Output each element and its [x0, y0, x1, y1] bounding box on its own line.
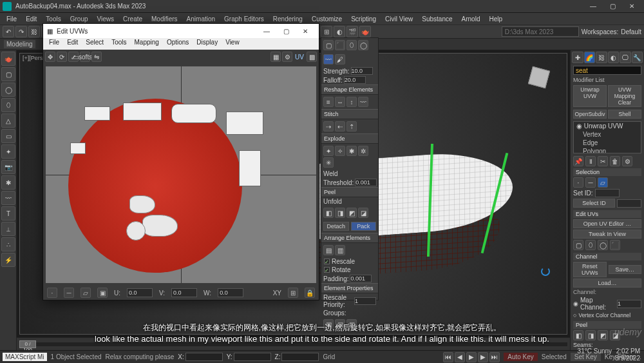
uv-v-input[interactable] [171, 288, 197, 297]
menu-arnold[interactable]: Arnold [458, 14, 484, 24]
explode2-icon[interactable]: ✧ [335, 146, 345, 156]
explode3-icon[interactable]: ✱ [346, 146, 357, 156]
uv-rotate-icon[interactable]: ⟳ [57, 52, 67, 62]
vertex-color-radio[interactable]: ○ [573, 312, 576, 319]
menu-group[interactable]: Group [66, 14, 92, 24]
preset-uvwclear-button[interactable]: UVW Mapping Clear [608, 85, 641, 107]
uv-checker2-icon[interactable]: ▩ [307, 52, 317, 62]
uvw-menu-select[interactable]: Select [82, 38, 107, 50]
quickcyl-icon[interactable]: ⬯ [346, 40, 357, 50]
stack-unwrapuvw[interactable]: ◉ Unwrap UVW [574, 122, 641, 130]
preset-unwrapuvw-button[interactable]: Unwrap UVW [573, 85, 607, 107]
hierarchy-tab-icon[interactable]: ⛓ [596, 52, 607, 63]
load-uvws-button[interactable]: Load… [573, 279, 641, 288]
rotate-checkbox[interactable]: Rotate [321, 266, 378, 274]
uv-grid-icon[interactable]: ⊞ [288, 288, 298, 298]
uvw-minimize-button[interactable]: — [257, 25, 276, 37]
utilities-tab-icon[interactable]: 🔧 [632, 52, 643, 63]
maxscript-listener[interactable]: MAXScript Mi [3, 353, 47, 361]
elprops-header[interactable]: Element Properties [321, 283, 378, 293]
text-icon[interactable]: T [1, 206, 15, 221]
peel-header[interactable]: Peel [321, 187, 378, 197]
arrange2-icon[interactable]: ▥ [335, 245, 345, 255]
channel-rollout-header[interactable]: Channel [573, 253, 641, 260]
modifier-stack[interactable]: ◉ Unwrap UVW Vertex Edge Polygon ▸ Edita… [573, 121, 641, 153]
schematic-icon[interactable]: ⊞ [321, 26, 332, 37]
selectid-input[interactable] [617, 199, 641, 208]
auto-key-button[interactable]: Auto Key [504, 353, 538, 361]
reset-uvws-button[interactable]: Reset UVWs [573, 262, 607, 277]
spline-icon[interactable]: 〰 [1, 191, 15, 205]
menu-file[interactable]: File [3, 14, 21, 24]
teapot-icon[interactable]: 🫖 [1, 52, 15, 66]
explode-header[interactable]: Explode [321, 133, 378, 144]
particles-icon[interactable]: ∴ [1, 237, 15, 251]
link-icon[interactable]: ⛓ [28, 26, 40, 37]
uv-island[interactable] [123, 103, 162, 121]
menu-substance[interactable]: Substance [418, 14, 456, 24]
show-end-icon[interactable]: Ⅱ [585, 156, 596, 166]
uvw-canvas[interactable] [46, 66, 316, 283]
object-name-field[interactable]: seat [573, 66, 641, 75]
uv-cluster-main[interactable] [68, 99, 242, 273]
play-prev-icon[interactable]: ◀ [455, 352, 465, 362]
tweak-in-view-button[interactable]: Tweak In View [573, 230, 641, 239]
relax-icon[interactable]: 〰 [323, 54, 334, 64]
menu-views[interactable]: Views [93, 14, 118, 24]
uvw-menu-file[interactable]: File [46, 38, 62, 50]
preset-shell-button[interactable]: Shell [608, 110, 641, 119]
light-icon[interactable]: ✦ [1, 144, 15, 159]
unique-icon[interactable]: ✂ [598, 156, 608, 166]
uv-xy-label[interactable]: XY [273, 289, 281, 297]
remove-mod-icon[interactable]: 🗑 [610, 156, 620, 166]
uvw-menu-mapping[interactable]: Mapping [131, 38, 162, 50]
transform-x-input[interactable] [185, 353, 223, 361]
ribbon-tab-modeling[interactable]: Modeling [4, 40, 35, 48]
stack-sub-edge[interactable]: Edge [574, 139, 641, 147]
map-channel-radio[interactable]: ◉ [573, 300, 578, 307]
cylinder-icon[interactable]: ⬯ [1, 98, 15, 112]
reshape-header[interactable]: Reshape Elements [321, 84, 378, 95]
menu-create[interactable]: Create [119, 14, 146, 24]
alignv-icon[interactable]: ↕ [346, 97, 357, 107]
close-button[interactable]: ✕ [622, 1, 641, 12]
map-channel-input[interactable] [617, 300, 641, 308]
menu-tools[interactable]: Tools [42, 14, 64, 24]
menu-grapheditors[interactable]: Graph Editors [220, 14, 268, 24]
pack-button[interactable]: Pack [351, 222, 377, 231]
setid-input[interactable] [595, 189, 620, 197]
alignh-icon[interactable]: ↔ [335, 97, 345, 107]
peel1-icon[interactable]: ◧ [323, 208, 334, 218]
quickmap2-icon[interactable]: ⬯ [585, 240, 596, 250]
uv-element-icon[interactable]: ▣ [97, 288, 108, 298]
quickbox-icon[interactable]: ⬛ [335, 40, 345, 50]
save-uvws-button[interactable]: Save… [609, 265, 642, 274]
quicksphere-icon[interactable]: ◯ [358, 40, 368, 50]
padding-input[interactable] [350, 275, 372, 282]
relax2-icon[interactable]: 〰 [358, 97, 368, 107]
configure-icon[interactable]: ⚙ [622, 156, 632, 166]
open-uv-editor-button[interactable]: Open UV Editor … [573, 219, 641, 228]
uv-u-input[interactable] [127, 288, 153, 297]
arrange1-icon[interactable]: ▤ [323, 245, 334, 255]
render-setup-icon[interactable]: 🎬 [346, 26, 358, 37]
menu-rendering[interactable]: Rendering [269, 14, 307, 24]
uvw-close-button[interactable]: ✕ [296, 25, 315, 37]
selected-filter[interactable]: Selected [542, 353, 567, 360]
undo-icon[interactable]: ↶ [3, 26, 14, 37]
stack-sub-polygon[interactable]: Polygon [574, 147, 641, 153]
play-icon[interactable]: ▶ [466, 352, 477, 362]
menu-help[interactable]: Help [485, 14, 506, 24]
maximize-button[interactable]: ▢ [603, 1, 622, 12]
uv-island[interactable] [129, 195, 155, 213]
bones-icon[interactable]: ⟂ [1, 222, 15, 236]
pin-stack-icon[interactable]: 📌 [573, 156, 583, 166]
uv-island[interactable] [142, 215, 178, 237]
material-editor-icon[interactable]: ◐ [334, 26, 345, 37]
uv-island[interactable] [84, 106, 110, 121]
stack-sub-vertex[interactable]: Vertex [574, 130, 641, 139]
peel4-icon[interactable]: ◪ [358, 208, 368, 218]
threshold-input[interactable] [355, 179, 377, 186]
strength-input[interactable] [351, 67, 373, 75]
menu-modifiers[interactable]: Modifiers [147, 14, 182, 24]
